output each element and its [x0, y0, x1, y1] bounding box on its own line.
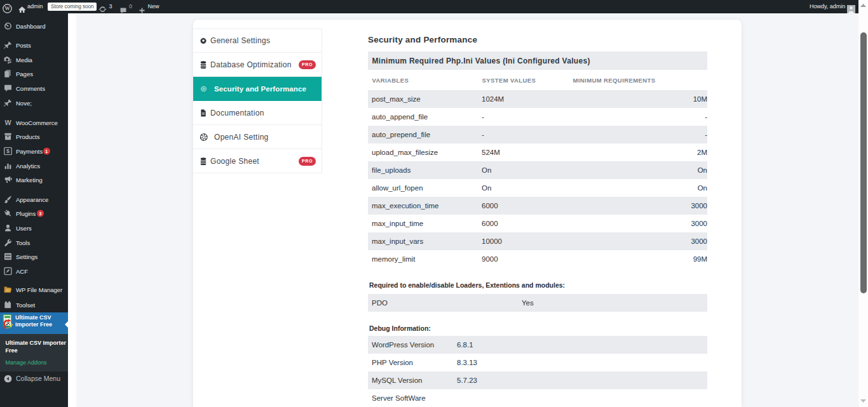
svg-text:W: W — [4, 6, 10, 11]
svg-text:W: W — [4, 118, 11, 126]
svg-text:$: $ — [6, 148, 9, 154]
